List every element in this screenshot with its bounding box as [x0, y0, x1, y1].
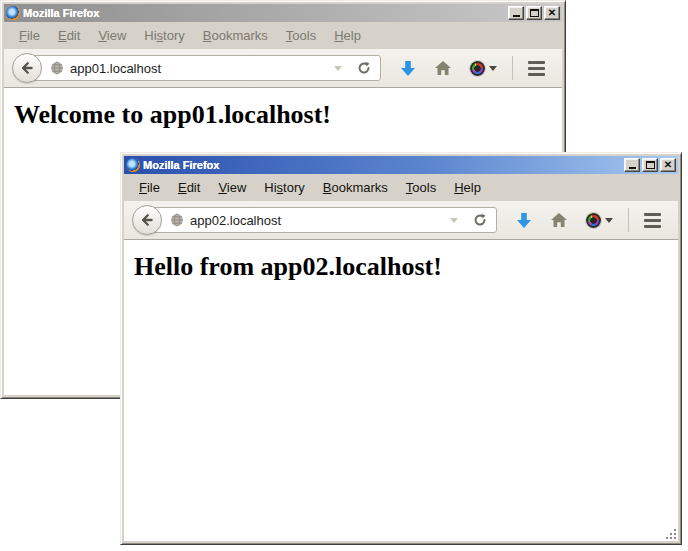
- home-icon: [550, 212, 568, 228]
- globe-icon: [50, 61, 64, 75]
- menu-tools[interactable]: Tools: [397, 176, 445, 199]
- url-text[interactable]: app02.localhost: [190, 213, 439, 228]
- caret-down-icon: [605, 218, 613, 223]
- page-heading: Hello from app02.localhost!: [134, 252, 678, 282]
- addon-button[interactable]: [577, 205, 622, 235]
- url-text[interactable]: app01.localhost: [70, 61, 323, 76]
- home-button[interactable]: [541, 205, 577, 235]
- firefox-window-app02: Mozilla Firefox ✕ File Edit View History…: [120, 152, 682, 545]
- download-button[interactable]: [507, 205, 541, 235]
- menu-history[interactable]: History: [255, 176, 313, 199]
- menu-panel-button[interactable]: [635, 205, 670, 235]
- minimize-button[interactable]: [624, 158, 640, 172]
- reload-icon: [357, 61, 371, 75]
- color-wheel-icon: [586, 213, 601, 228]
- maximize-icon: [646, 161, 655, 169]
- color-wheel-icon: [470, 61, 485, 76]
- menu-view[interactable]: View: [89, 24, 135, 47]
- menu-bookmarks[interactable]: Bookmarks: [194, 24, 277, 47]
- menu-bar: File Edit View History Bookmarks Tools H…: [4, 22, 562, 49]
- menu-bar: File Edit View History Bookmarks Tools H…: [124, 174, 678, 201]
- addon-button[interactable]: [461, 53, 506, 83]
- menu-tools[interactable]: Tools: [277, 24, 325, 47]
- url-bar[interactable]: app02.localhost: [147, 207, 497, 233]
- menu-file[interactable]: File: [10, 24, 49, 47]
- close-button[interactable]: ✕: [660, 158, 676, 172]
- download-icon: [516, 212, 532, 229]
- globe-icon: [170, 213, 184, 227]
- minimize-icon: [513, 15, 520, 17]
- back-button[interactable]: [132, 205, 162, 235]
- hamburger-icon: [528, 61, 545, 76]
- toolbar-buttons: [391, 53, 554, 83]
- minimize-icon: [629, 167, 636, 169]
- navigation-toolbar: app01.localhost: [4, 49, 562, 88]
- back-button[interactable]: [12, 53, 42, 83]
- page-content-app02: Hello from app02.localhost!: [124, 240, 678, 541]
- maximize-button[interactable]: [526, 6, 542, 20]
- navigation-toolbar: app02.localhost: [124, 201, 678, 240]
- menu-panel-button[interactable]: [519, 53, 554, 83]
- window-title: Mozilla Firefox: [23, 4, 505, 22]
- url-dropdown-button[interactable]: [329, 56, 347, 80]
- reload-button[interactable]: [469, 208, 491, 232]
- titlebar[interactable]: Mozilla Firefox ✕: [4, 4, 562, 22]
- back-arrow-icon: [19, 60, 35, 76]
- home-button[interactable]: [425, 53, 461, 83]
- maximize-button[interactable]: [642, 158, 658, 172]
- menu-view[interactable]: View: [209, 176, 255, 199]
- menu-help[interactable]: Help: [445, 176, 490, 199]
- download-button[interactable]: [391, 53, 425, 83]
- dropdown-triangle-icon: [449, 217, 459, 224]
- minimize-button[interactable]: [508, 6, 524, 20]
- toolbar-separator: [512, 56, 513, 80]
- close-icon: ✕: [548, 8, 556, 18]
- titlebar[interactable]: Mozilla Firefox ✕: [124, 156, 678, 174]
- menu-bookmarks[interactable]: Bookmarks: [314, 176, 397, 199]
- home-icon: [434, 60, 452, 76]
- firefox-logo-icon: [6, 6, 20, 20]
- window-controls: ✕: [508, 6, 560, 20]
- dropdown-triangle-icon: [333, 65, 343, 72]
- close-button[interactable]: ✕: [544, 6, 560, 20]
- caret-down-icon: [489, 66, 497, 71]
- url-bar[interactable]: app01.localhost: [27, 55, 381, 81]
- page-heading: Welcome to app01.localhost!: [14, 100, 562, 130]
- toolbar-buttons: [507, 205, 670, 235]
- reload-button[interactable]: [353, 56, 375, 80]
- menu-edit[interactable]: Edit: [49, 24, 89, 47]
- desktop: Mozilla Firefox ✕ File Edit View History…: [0, 0, 688, 551]
- firefox-logo-icon: [126, 158, 140, 172]
- window-controls: ✕: [624, 158, 676, 172]
- url-dropdown-button[interactable]: [445, 208, 463, 232]
- hamburger-icon: [644, 213, 661, 228]
- menu-edit[interactable]: Edit: [169, 176, 209, 199]
- back-arrow-icon: [139, 212, 155, 228]
- window-title: Mozilla Firefox: [143, 156, 621, 174]
- resize-grip[interactable]: [664, 527, 677, 540]
- menu-history[interactable]: History: [135, 24, 193, 47]
- reload-icon: [473, 213, 487, 227]
- download-icon: [400, 60, 416, 77]
- close-icon: ✕: [664, 160, 672, 170]
- menu-help[interactable]: Help: [325, 24, 370, 47]
- maximize-icon: [530, 9, 539, 17]
- toolbar-separator: [628, 208, 629, 232]
- menu-file[interactable]: File: [130, 176, 169, 199]
